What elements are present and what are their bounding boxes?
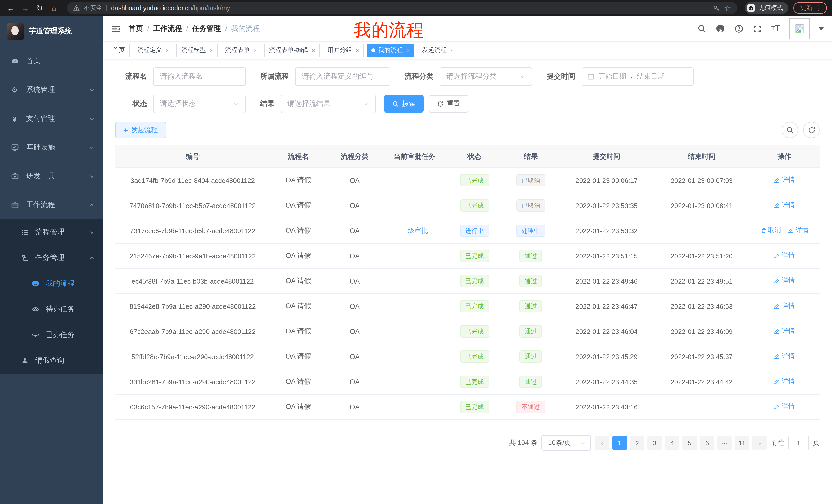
cell-id: 67c2eaab-7b9a-11ec-a290-acde48001122 bbox=[115, 326, 270, 337]
detail-link[interactable]: 详情 bbox=[774, 402, 795, 411]
page-button-1[interactable]: 1 bbox=[613, 436, 627, 450]
browser-forward-button[interactable]: → bbox=[20, 2, 31, 13]
browser-update-button[interactable]: 更新 ⋮ bbox=[794, 2, 827, 14]
help-icon[interactable] bbox=[734, 24, 744, 33]
browser-reload-button[interactable]: ↻ bbox=[34, 2, 45, 13]
password-key-icon[interactable] bbox=[712, 4, 720, 12]
close-icon[interactable]: × bbox=[254, 47, 257, 53]
search-icon[interactable] bbox=[697, 24, 706, 33]
breadcrumb-item[interactable]: 工作流程 bbox=[153, 24, 182, 33]
goto-page-input[interactable]: 1 bbox=[788, 436, 809, 450]
font-size-icon[interactable]: TT bbox=[771, 24, 781, 33]
address-bar[interactable]: 不安全 dashboard.yudao.iocoder.cn/bpm/task/… bbox=[67, 2, 737, 14]
status-select[interactable]: 请选择状态 bbox=[153, 94, 246, 113]
app-title: 芋道管理系统 bbox=[29, 27, 72, 36]
cell-category: OA bbox=[327, 300, 383, 312]
detail-link[interactable]: 详情 bbox=[774, 277, 795, 285]
app-logo-row[interactable]: 芋道管理系统 bbox=[0, 16, 103, 47]
status-badge: 已完成 bbox=[460, 249, 489, 262]
col-header-result: 结果 bbox=[503, 150, 559, 163]
user-menu-caret-icon[interactable] bbox=[818, 27, 824, 30]
table-row: 52ffd28e-7b9a-11ec-a290-acde48001122 OA … bbox=[115, 344, 820, 369]
detail-link[interactable]: 详情 bbox=[774, 302, 795, 311]
bookmark-star-icon[interactable]: ☆ bbox=[724, 3, 731, 12]
close-icon[interactable]: × bbox=[165, 47, 169, 53]
tab-process-definition[interactable]: 流程定义× bbox=[133, 44, 174, 57]
tab-home[interactable]: 首页 bbox=[108, 44, 130, 57]
result-select[interactable]: 请选择流结果 bbox=[281, 94, 376, 113]
detail-link[interactable]: 详情 bbox=[774, 352, 795, 361]
reset-button[interactable]: 重置 bbox=[429, 95, 468, 113]
cancel-link[interactable]: 取消 bbox=[760, 226, 781, 235]
detail-link[interactable]: 详情 bbox=[774, 251, 795, 260]
tab-my-process[interactable]: 我的流程× bbox=[367, 44, 414, 57]
cell-id: ec45f38f-7b9a-11ec-b03b-acde48001122 bbox=[115, 275, 270, 287]
submit-time-range-picker[interactable]: 开始日期 - 结束日期 bbox=[581, 67, 694, 86]
sidebar-toggle-icon[interactable] bbox=[111, 23, 121, 34]
tab-process-form-edit[interactable]: 流程表单-编辑× bbox=[265, 44, 320, 57]
cell-name: OA 请假 bbox=[270, 274, 327, 288]
sidebar-item-my-process[interactable]: 我的流程 bbox=[0, 271, 103, 297]
sidebar-item-done-task[interactable]: 已办任务 bbox=[0, 322, 103, 348]
breadcrumb-item[interactable]: 任务管理 bbox=[192, 24, 221, 33]
table-row: 03c6c157-7b9a-11ec-a290-acde48001122 OA … bbox=[115, 395, 820, 420]
current-task-link[interactable]: 一级审批 bbox=[401, 227, 428, 234]
page-button-6[interactable]: 6 bbox=[700, 436, 714, 450]
edit-icon bbox=[774, 354, 780, 360]
start-process-button[interactable]: + 发起流程 bbox=[115, 122, 166, 138]
page-button-2[interactable]: 2 bbox=[630, 436, 644, 450]
sidebar-item-task-mgmt[interactable]: 任务管理 bbox=[0, 245, 103, 271]
tab-process-model[interactable]: 流程模型× bbox=[177, 44, 217, 57]
close-icon[interactable]: × bbox=[312, 47, 315, 53]
sidebar-item-infra[interactable]: 基础设施 bbox=[0, 133, 103, 162]
tab-process-form[interactable]: 流程表单× bbox=[220, 44, 261, 57]
detail-link[interactable]: 详情 bbox=[774, 176, 795, 185]
close-icon[interactable]: × bbox=[450, 47, 453, 53]
browser-back-button[interactable]: ← bbox=[5, 2, 17, 13]
sidebar-item-leave-query[interactable]: 请假查询 bbox=[0, 348, 103, 373]
cell-task bbox=[383, 178, 446, 183]
github-icon[interactable] bbox=[715, 24, 725, 33]
page-button-3[interactable]: 3 bbox=[647, 436, 662, 450]
detail-link[interactable]: 详情 bbox=[774, 201, 795, 210]
process-definition-input[interactable]: 请输入流程定义的编号 bbox=[295, 67, 390, 86]
more-pages-button[interactable]: ··· bbox=[717, 436, 732, 450]
refresh-table-button[interactable] bbox=[803, 122, 820, 138]
page-size-select[interactable]: 10条/页 bbox=[542, 435, 591, 451]
sidebar-item-todo-task[interactable]: 待办任务 bbox=[0, 297, 103, 322]
page-button-11[interactable]: 11 bbox=[735, 436, 749, 450]
breadcrumb-item[interactable]: 首页 bbox=[129, 24, 143, 33]
cell-task bbox=[383, 355, 446, 359]
close-icon[interactable]: × bbox=[210, 47, 213, 53]
page-button-5[interactable]: 5 bbox=[682, 436, 697, 450]
detail-link[interactable]: 详情 bbox=[788, 226, 809, 235]
page-button-4[interactable]: 4 bbox=[665, 436, 679, 450]
search-button[interactable]: 搜索 bbox=[384, 95, 424, 113]
close-icon[interactable]: × bbox=[356, 47, 359, 53]
sidebar-item-workflow[interactable]: 工作流程 bbox=[0, 191, 103, 219]
cell-end-time: 2022-01-22 23:45:37 bbox=[654, 351, 749, 362]
fullscreen-icon[interactable] bbox=[752, 24, 762, 33]
detail-link[interactable]: 详情 bbox=[774, 327, 795, 336]
sidebar-item-home[interactable]: 首页 bbox=[0, 47, 103, 76]
process-name-input[interactable]: 请输入流程名 bbox=[153, 67, 246, 86]
browser-home-button[interactable]: ⌂ bbox=[48, 2, 60, 13]
next-page-button[interactable]: › bbox=[752, 436, 767, 450]
update-label: 更新 bbox=[800, 4, 812, 12]
avatar[interactable] bbox=[789, 18, 810, 39]
tab-start-process[interactable]: 发起流程× bbox=[417, 44, 458, 57]
prev-page-button[interactable]: ‹ bbox=[595, 436, 609, 450]
sidebar-item-process-mgmt[interactable]: 流程管理 bbox=[0, 219, 103, 245]
sidebar-item-devtool[interactable]: 研发工具 bbox=[0, 162, 103, 191]
cell-task bbox=[383, 329, 446, 333]
detail-link[interactable]: 详情 bbox=[774, 377, 795, 386]
chevron-down-icon bbox=[580, 440, 586, 446]
show-search-button[interactable] bbox=[782, 122, 798, 138]
close-icon[interactable]: × bbox=[406, 47, 410, 53]
tab-user-group[interactable]: 用户分组× bbox=[323, 44, 364, 57]
browser-menu-icon[interactable]: ⋮ bbox=[815, 4, 822, 12]
sidebar-item-system[interactable]: ⚙ 系统管理 bbox=[0, 76, 103, 104]
category-select[interactable]: 请选择流程分类 bbox=[440, 67, 532, 86]
sidebar-item-pay[interactable]: ¥ 支付管理 bbox=[0, 104, 103, 133]
tags-view: 首页 流程定义× 流程模型× 流程表单× 流程表单-编辑× 用户分组× 我的流程… bbox=[103, 41, 832, 59]
